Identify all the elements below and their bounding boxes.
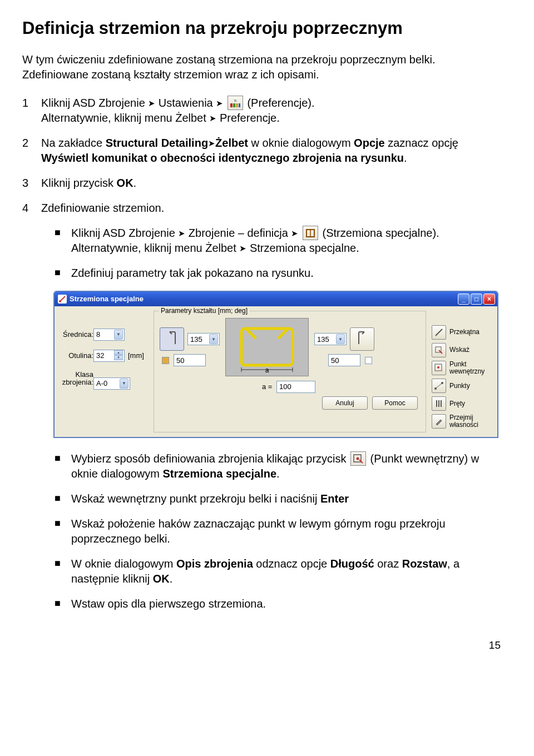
input-srednica[interactable]: 8 ▼ bbox=[93, 329, 125, 341]
text: Wskaż położenie haków zaznaczając punkt … bbox=[71, 516, 501, 546]
step-number: 4 bbox=[22, 201, 41, 216]
label-otulina: Otulina: bbox=[59, 351, 93, 360]
tool-prety-button[interactable] bbox=[432, 396, 446, 411]
close-button[interactable]: × bbox=[483, 294, 495, 305]
checkbox-right[interactable] bbox=[365, 357, 372, 364]
value: 50 bbox=[176, 356, 184, 365]
text: Strzemiona specjalne. bbox=[246, 242, 359, 254]
text-bold: OK bbox=[117, 177, 134, 189]
input-otulina[interactable]: 32 ▲▼ bbox=[93, 350, 125, 362]
text: Preferencje. bbox=[216, 112, 279, 124]
text: Zbrojenie – definicja bbox=[185, 227, 291, 239]
bullet-item: ■ W oknie dialogowym Opis zbrojenia odzn… bbox=[55, 556, 501, 586]
svg-rect-4 bbox=[239, 103, 240, 107]
shape-hook-right-button[interactable] bbox=[350, 327, 374, 351]
tool-punkt-wewnetrzny-button[interactable] bbox=[432, 361, 446, 375]
value: 50 bbox=[331, 356, 339, 365]
text: . bbox=[276, 467, 280, 480]
tool-punkty-button[interactable] bbox=[432, 379, 446, 393]
shape-hook-left-button[interactable] bbox=[160, 327, 184, 351]
svg-point-25 bbox=[357, 457, 359, 460]
square-bullet-icon: ■ bbox=[55, 596, 71, 611]
chevron-down-icon[interactable]: ▼ bbox=[336, 334, 345, 344]
tool-label: Przekątna bbox=[449, 329, 479, 336]
text: . bbox=[170, 573, 173, 585]
text-bold: Żelbet bbox=[215, 137, 248, 149]
label-a: a = bbox=[262, 382, 272, 391]
fieldset-parametry: Parametry kształtu [mm; deg] 135▼ 50 bbox=[154, 311, 426, 432]
value: A-0 bbox=[96, 379, 107, 388]
tool-label: Wskaż bbox=[449, 346, 469, 354]
text: zaznacz opcję bbox=[385, 137, 458, 149]
tool-label: Pręty bbox=[449, 400, 465, 407]
text: Wybierz sposób definiowania zbrojenia kl… bbox=[71, 452, 349, 465]
titlebar: Strzemiona specjalne _ □ × bbox=[55, 292, 497, 306]
bullet-item: ■ Zdefiniuj parametry tak jak pokazano n… bbox=[55, 266, 501, 281]
legend: Parametry kształtu [mm; deg] bbox=[159, 307, 250, 315]
svg-rect-8 bbox=[241, 329, 293, 365]
bullet-item: ■ Wskaż położenie haków zaznaczając punk… bbox=[55, 516, 501, 546]
chevron-down-icon[interactable]: ▼ bbox=[114, 330, 123, 340]
tool-wskaz-button[interactable] bbox=[432, 343, 446, 357]
square-bullet-icon: ■ bbox=[55, 266, 71, 281]
help-button[interactable]: Pomoc bbox=[372, 396, 418, 410]
text: Na zakładce bbox=[41, 137, 106, 149]
arrow-icon bbox=[209, 112, 216, 124]
square-bullet-icon: ■ bbox=[55, 451, 71, 481]
arrow-icon bbox=[178, 227, 185, 239]
step-number: 1 bbox=[22, 96, 41, 126]
text: Wskaż wewnętrzny punkt przekroju belki i… bbox=[71, 493, 320, 505]
stirrups-icon bbox=[303, 226, 318, 240]
spin-up-icon[interactable]: ▲ bbox=[114, 350, 123, 355]
text: . bbox=[404, 152, 407, 164]
tool-label: Punkty bbox=[449, 382, 470, 390]
chevron-down-icon[interactable]: ▼ bbox=[120, 379, 128, 389]
chevron-down-icon[interactable]: ▼ bbox=[209, 334, 218, 344]
input-angle-left[interactable]: 135▼ bbox=[187, 333, 220, 345]
square-bullet-icon: ■ bbox=[55, 491, 71, 506]
tool-label: Przejmij własności bbox=[449, 414, 492, 429]
text: Kliknij przycisk bbox=[41, 177, 117, 189]
text-bold: Enter bbox=[320, 493, 349, 505]
dialog-title: Strzemiona specjalne bbox=[70, 295, 144, 304]
text-bold: Wyświetl komunikat o obecności identyczn… bbox=[41, 152, 404, 164]
input-klasa[interactable]: A-0 ▼ bbox=[93, 377, 130, 390]
value: 135 bbox=[317, 335, 329, 344]
svg-point-20 bbox=[441, 382, 443, 384]
svg-line-10 bbox=[278, 329, 288, 339]
intro-paragraph: W tym ćwiczeniu zdefiniowane zostaną str… bbox=[22, 52, 501, 82]
page-number: 15 bbox=[22, 621, 501, 653]
text: Alternatywnie, kliknij menu Żelbet bbox=[41, 112, 209, 124]
bullet-item: ■ Wskaż wewnętrzny punkt przekroju belki… bbox=[55, 491, 501, 506]
dialog-strzemiona-specjalne: Strzemiona specjalne _ □ × Średnica: 8 ▼… bbox=[53, 291, 498, 438]
text: odznacz opcje bbox=[253, 558, 330, 570]
arrow-icon bbox=[291, 227, 298, 239]
text: Wstaw opis dla pierwszego strzemiona. bbox=[71, 596, 501, 611]
input-len-right[interactable]: 50 bbox=[328, 354, 360, 366]
label-srednica: Średnica: bbox=[59, 330, 93, 339]
text-bold: Rozstaw bbox=[402, 558, 447, 570]
tool-przekatna-button[interactable] bbox=[432, 325, 446, 340]
arrow-icon bbox=[148, 97, 155, 109]
bullet-item: ■ Wstaw opis dla pierwszego strzemiona. bbox=[55, 596, 501, 611]
cancel-button[interactable]: Anuluj bbox=[322, 396, 368, 410]
svg-line-14 bbox=[436, 329, 442, 336]
svg-text:a: a bbox=[234, 98, 237, 103]
spin-down-icon[interactable]: ▼ bbox=[114, 355, 123, 360]
text-bold: Opis zbrojenia bbox=[176, 558, 253, 570]
text: w oknie dialogowym bbox=[248, 137, 354, 149]
input-a[interactable]: 100 bbox=[276, 381, 315, 393]
text: Zdefiniowanie strzemion. bbox=[41, 201, 501, 216]
tool-przejmij-button[interactable] bbox=[432, 414, 446, 429]
input-len-left[interactable]: 50 bbox=[174, 354, 206, 366]
text: Kliknij ASD Zbrojenie bbox=[71, 227, 178, 239]
svg-rect-1 bbox=[230, 103, 233, 107]
minimize-button[interactable]: _ bbox=[458, 294, 469, 305]
checkbox-left[interactable] bbox=[162, 357, 169, 364]
input-angle-right[interactable]: 135▼ bbox=[314, 333, 347, 345]
step-number: 3 bbox=[22, 176, 41, 191]
maximize-button[interactable]: □ bbox=[471, 294, 482, 305]
label-klasa: Klasa zbrojenia: bbox=[59, 371, 93, 387]
step-4: 4 Zdefiniowanie strzemion. bbox=[22, 201, 501, 216]
text-bold: OK bbox=[153, 573, 170, 585]
